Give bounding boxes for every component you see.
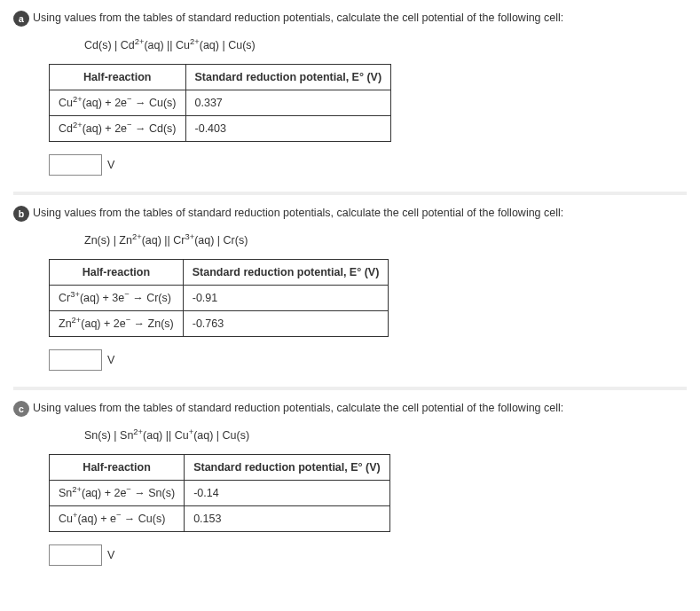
cell-notation: Zn(s) | Zn2+(aq) || Cr3+(aq) | Cr(s): [84, 234, 687, 247]
cell-notation: Cd(s) | Cd2+(aq) || Cu2+(aq) | Cu(s): [84, 39, 687, 51]
table-header: Half-reaction: [50, 65, 186, 90]
unit-label: V: [107, 159, 114, 171]
cell-notation: Sn(s) | Sn2+(aq) || Cu+(aq) | Cu(s): [84, 429, 687, 442]
table-header: Standard reduction potential, E° (V): [183, 260, 389, 286]
potential-cell: -0.403: [185, 116, 391, 142]
potential-cell: 0.153: [185, 506, 390, 532]
table-row: Cu2+(aq) + 2e− → Cu(s)0.337: [50, 90, 391, 116]
reduction-potential-table: Half-reactionStandard reduction potentia…: [49, 259, 389, 337]
table-header: Standard reduction potential, E° (V): [185, 455, 390, 481]
table-header: Standard reduction potential, E° (V): [185, 65, 391, 90]
prompt-text: Using values from the tables of standard…: [33, 402, 563, 414]
half-reaction-cell: Cr3+(aq) + 3e− → Cr(s): [50, 286, 184, 311]
reduction-potential-table: Half-reactionStandard reduction potentia…: [49, 64, 391, 142]
prompt-text: Using values from the tables of standard…: [33, 12, 563, 24]
table-row: Cu+(aq) + e− → Cu(s)0.153: [50, 506, 390, 532]
half-reaction-cell: Cd2+(aq) + 2e− → Cd(s): [50, 116, 186, 142]
table-row: Cr3+(aq) + 3e− → Cr(s)-0.91: [50, 286, 389, 311]
unit-label: V: [107, 549, 114, 561]
table-row: Cd2+(aq) + 2e− → Cd(s)-0.403: [50, 116, 391, 142]
answer-input[interactable]: [49, 544, 102, 566]
potential-cell: -0.14: [185, 481, 390, 506]
potential-cell: 0.337: [185, 90, 391, 116]
half-reaction-cell: Zn2+(aq) + 2e− → Zn(s): [50, 311, 184, 337]
badge-a: a: [13, 11, 29, 27]
table-header: Half-reaction: [50, 260, 184, 286]
half-reaction-cell: Cu+(aq) + e− → Cu(s): [50, 506, 185, 532]
unit-label: V: [107, 354, 114, 366]
table-row: Zn2+(aq) + 2e− → Zn(s)-0.763: [50, 311, 389, 337]
badge-c: c: [13, 401, 29, 417]
table-row: Sn2+(aq) + 2e− → Sn(s)-0.14: [50, 481, 390, 506]
reduction-potential-table: Half-reactionStandard reduction potentia…: [49, 454, 390, 532]
answer-input[interactable]: [49, 154, 102, 176]
prompt-text: Using values from the tables of standard…: [33, 207, 563, 219]
question-b: bUsing values from the tables of standar…: [13, 195, 687, 390]
answer-input[interactable]: [49, 349, 102, 371]
question-a: aUsing values from the tables of standar…: [13, 0, 687, 195]
potential-cell: -0.763: [183, 311, 389, 337]
badge-b: b: [13, 206, 29, 222]
half-reaction-cell: Sn2+(aq) + 2e− → Sn(s): [50, 481, 185, 506]
table-header: Half-reaction: [50, 455, 185, 481]
question-c: cUsing values from the tables of standar…: [13, 390, 687, 582]
potential-cell: -0.91: [183, 286, 389, 311]
half-reaction-cell: Cu2+(aq) + 2e− → Cu(s): [50, 90, 186, 116]
